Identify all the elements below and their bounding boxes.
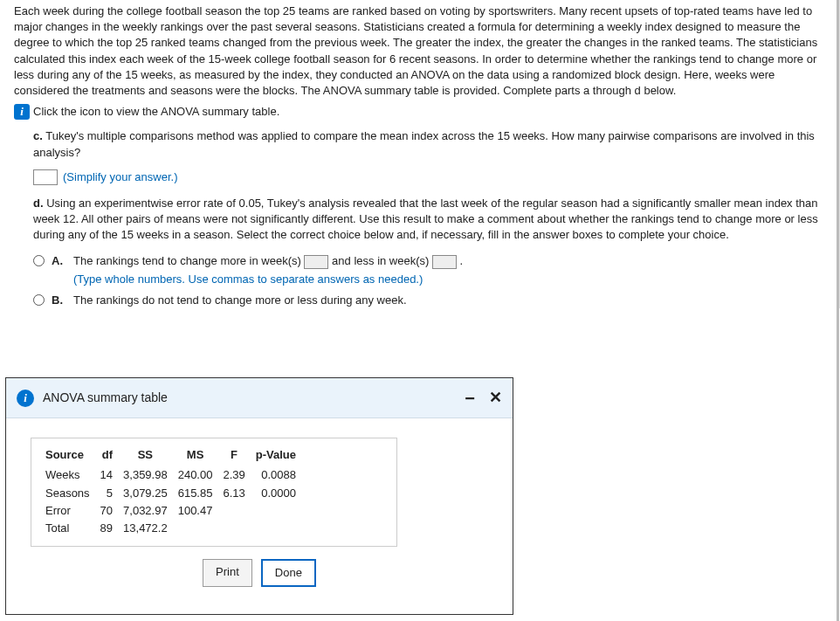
print-button[interactable]: Print (203, 559, 252, 587)
cell: 7,032.97 (121, 502, 176, 520)
table-header-row: Source df SS MS F p-Value (44, 445, 305, 466)
choice-a-letter: A. (52, 253, 63, 269)
cell: 615.85 (176, 485, 222, 502)
cell (176, 520, 222, 537)
cell (254, 520, 305, 537)
cell (221, 520, 253, 537)
table-row: Weeks 14 3,359.98 240.00 2.39 0.0088 (44, 466, 305, 484)
choice-a-body: The rankings tend to change more in week… (73, 253, 463, 286)
th-df: df (99, 445, 121, 466)
choice-b-row[interactable]: B. The rankings do not tend to change mo… (33, 293, 828, 308)
cell: Weeks (44, 466, 99, 484)
choice-a-row[interactable]: A. The rankings tend to change more in w… (33, 253, 828, 286)
radio-b[interactable] (33, 294, 45, 306)
part-c-label: c. (33, 129, 43, 142)
choice-b-text: The rankings do not tend to change more … (73, 293, 407, 308)
choice-a-mid: and less in week(s) (332, 254, 432, 267)
table-row: Total 89 13,472.2 (44, 520, 305, 537)
choice-b-letter: B. (52, 293, 63, 308)
table-row: Seasons 5 3,079.25 615.85 6.13 0.0000 (44, 485, 305, 502)
close-icon[interactable]: ✕ (489, 387, 502, 409)
cell: 70 (99, 502, 121, 520)
cell: 14 (99, 466, 121, 484)
choice-a-pre: The rankings tend to change more in week… (73, 254, 304, 267)
th-ms: MS (176, 445, 222, 466)
table-row: Error 70 7,032.97 100.47 (44, 502, 305, 520)
popup-header: i ANOVA summary table − ✕ (6, 378, 513, 418)
part-c: c. Tukey's multiple comparisons method w… (33, 128, 828, 185)
cell: Error (44, 502, 99, 520)
cell: 0.0088 (254, 466, 305, 484)
cell: 100.47 (176, 502, 222, 520)
cell: 6.13 (221, 485, 253, 502)
th-p: p-Value (254, 445, 305, 466)
choice-a-input-less[interactable] (432, 255, 457, 269)
cell (254, 502, 305, 520)
done-button[interactable]: Done (261, 559, 316, 587)
cell: 13,472.2 (121, 520, 176, 537)
cell: Seasons (44, 485, 99, 502)
cell: 89 (99, 520, 121, 537)
part-d-text: Using an experimentwise error rate of 0.… (33, 197, 818, 241)
part-d: d. Using an experimentwise error rate of… (33, 196, 828, 244)
th-source: Source (44, 445, 99, 466)
choice-a-input-more[interactable] (304, 255, 328, 269)
choice-a-post: . (460, 254, 464, 267)
info-icon: i (17, 390, 34, 407)
part-c-answer-input[interactable] (33, 169, 58, 185)
info-icon: i (14, 104, 30, 120)
choice-a-helper: (Type whole numbers. Use commas to separ… (73, 272, 463, 287)
cell (221, 502, 253, 520)
popup-title: ANOVA summary table (43, 390, 465, 407)
th-f: F (221, 445, 253, 466)
view-table-link[interactable]: i Click the icon to view the ANOVA summa… (14, 104, 279, 120)
part-c-helper: (Simplify your answer.) (63, 169, 177, 185)
radio-a[interactable] (33, 255, 45, 266)
cell: 3,359.98 (121, 466, 176, 484)
cell: Total (44, 520, 99, 537)
cell: 2.39 (221, 466, 253, 484)
scrollbar[interactable] (837, 0, 839, 621)
minimize-icon[interactable]: − (465, 394, 475, 403)
th-ss: SS (121, 445, 176, 466)
part-c-text: Tukey's multiple comparisons method was … (33, 129, 815, 158)
anova-popup: i ANOVA summary table − ✕ Source df SS M… (5, 377, 513, 615)
cell: 0.0000 (254, 485, 305, 502)
cell: 3,079.25 (121, 485, 176, 502)
cell: 5 (99, 485, 121, 502)
anova-table: Source df SS MS F p-Value Weeks 14 3,359… (31, 438, 397, 547)
part-d-label: d. (33, 197, 44, 210)
problem-intro: Each week during the college football se… (14, 3, 828, 99)
view-table-text: Click the icon to view the ANOVA summary… (33, 104, 279, 120)
cell: 240.00 (176, 466, 222, 484)
